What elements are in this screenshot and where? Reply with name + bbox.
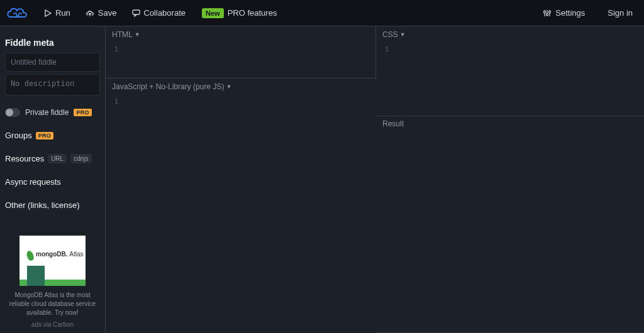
groups-section[interactable]: Groups PRO — [5, 131, 100, 140]
js-pane-label[interactable]: JavaScript + No-Library (pure JS) ▼ — [112, 82, 231, 91]
resources-label: Resources — [5, 154, 44, 163]
other-section[interactable]: Other (links, license) — [5, 200, 100, 210]
sidebar: Fiddle meta Private fiddle PRO Groups PR… — [0, 26, 106, 333]
settings-button[interactable]: Settings — [538, 6, 590, 20]
editor-grid: HTML ▼ 1 CSS ▼ 1 Result JavaScript + No-… — [106, 26, 644, 333]
collaborate-label: Collaborate — [144, 8, 186, 18]
html-pane-label[interactable]: HTML ▼ — [112, 30, 140, 39]
line-number: 1 — [106, 97, 127, 105]
play-icon — [44, 9, 52, 17]
caret-down-icon: ▼ — [400, 31, 406, 38]
caret-down-icon: ▼ — [135, 31, 140, 38]
sign-in-link[interactable]: Sign in — [602, 6, 638, 20]
ad-via: ads via Carbon — [4, 321, 101, 328]
line-number: 1 — [376, 45, 397, 53]
other-label: Other (links, license) — [5, 200, 79, 210]
async-label: Async requests — [5, 177, 61, 187]
run-label: Run — [55, 8, 70, 18]
cdnjs-chip: cdnjs — [70, 154, 91, 163]
groups-label: Groups — [5, 131, 32, 140]
svg-point-4 — [547, 13, 548, 15]
js-pane[interactable]: JavaScript + No-Library (pure JS) ▼ 1 — [106, 79, 376, 333]
fiddle-meta-title: Fiddle meta — [5, 38, 100, 48]
pro-badge: PRO — [36, 132, 53, 139]
fiddle-desc-input[interactable] — [5, 74, 100, 96]
ad-image: mongoDB. Atlas — [19, 236, 86, 286]
svg-point-2 — [544, 11, 546, 13]
save-label: Save — [98, 8, 117, 18]
css-pane-label[interactable]: CSS ▼ — [382, 30, 406, 39]
svg-point-6 — [549, 11, 551, 13]
html-pane[interactable]: HTML ▼ 1 — [106, 26, 376, 79]
url-chip: URL — [48, 154, 67, 163]
top-header: Run Save Collaborate New PRO features Se… — [0, 0, 644, 26]
private-toggle[interactable] — [5, 108, 20, 117]
line-number: 1 — [106, 45, 127, 53]
ad-text: MongoDB Atlas is the most reliable cloud… — [4, 291, 101, 317]
fiddle-title-input[interactable] — [5, 53, 100, 72]
pane-splitter[interactable] — [376, 116, 644, 116]
save-button[interactable]: Save — [80, 6, 122, 20]
pro-features-link[interactable]: PRO features — [228, 8, 277, 18]
resources-section[interactable]: Resources URL cdnjs — [5, 154, 100, 163]
caret-down-icon: ▼ — [226, 84, 231, 90]
css-pane[interactable]: CSS ▼ 1 Result — [376, 26, 644, 333]
new-badge: New — [202, 8, 224, 18]
main: Fiddle meta Private fiddle PRO Groups PR… — [0, 26, 644, 333]
pro-badge: PRO — [74, 109, 91, 116]
cloud-save-icon — [86, 9, 94, 17]
svg-rect-0 — [133, 10, 140, 14]
private-label: Private fiddle — [25, 108, 69, 117]
private-fiddle-row: Private fiddle PRO — [5, 108, 100, 117]
chat-icon — [132, 9, 140, 17]
async-section[interactable]: Async requests — [5, 177, 100, 187]
settings-label: Settings — [555, 8, 585, 18]
collaborate-button[interactable]: Collaborate — [127, 6, 191, 20]
run-button[interactable]: Run — [39, 6, 75, 20]
result-pane-label: Result — [382, 119, 404, 128]
sliders-icon — [543, 9, 552, 17]
ad-block[interactable]: mongoDB. Atlas MongoDB Atlas is the most… — [0, 229, 105, 333]
logo[interactable] — [6, 6, 30, 21]
